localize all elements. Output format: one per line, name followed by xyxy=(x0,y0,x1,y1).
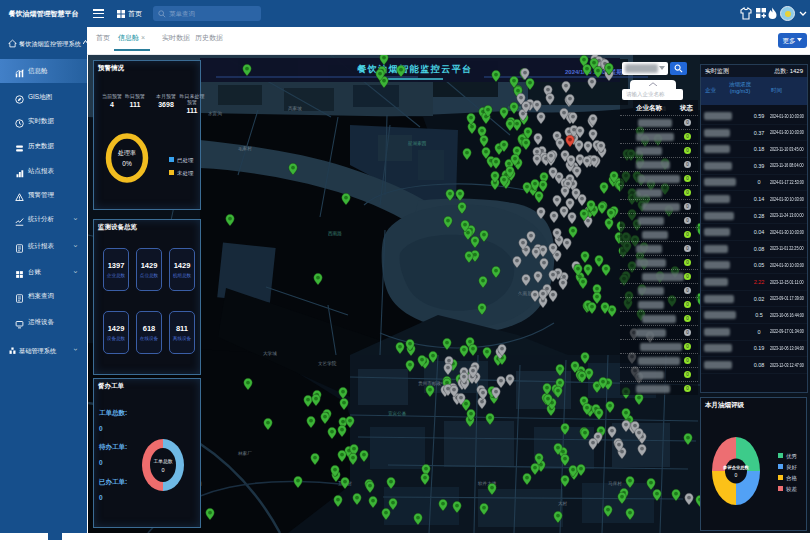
svg-text:林家厂: 林家厂 xyxy=(237,451,252,456)
svg-text:处理率: 处理率 xyxy=(117,149,136,157)
svg-text:文艺学院: 文艺学院 xyxy=(318,360,337,367)
svg-text:久南居: 久南居 xyxy=(518,291,532,296)
svg-text:0: 0 xyxy=(735,472,738,478)
svg-text:宜宾公墓: 宜宾公墓 xyxy=(388,411,407,416)
svg-text:0%: 0% xyxy=(122,160,132,167)
svg-text:工单总数: 工单总数 xyxy=(153,458,172,464)
svg-text:餐饮油烟智能监控云平台: 餐饮油烟智能监控云平台 xyxy=(356,64,473,74)
svg-text:大学城: 大学城 xyxy=(263,351,277,356)
svg-text:高家坡: 高家坡 xyxy=(288,106,302,111)
svg-text:0: 0 xyxy=(161,467,164,473)
